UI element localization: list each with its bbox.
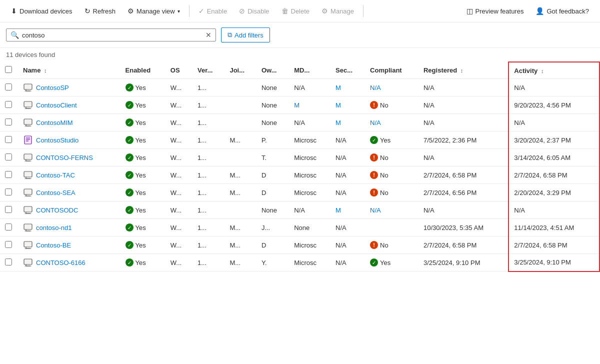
version-cell: 1... [192,79,224,96]
device-link[interactable]: Contoso-SEA [23,188,116,198]
device-link[interactable]: ContosoClient [23,100,116,110]
device-link[interactable]: Contoso-BE [23,240,116,250]
manage-view-button[interactable]: ⚙ Manage view ▾ [122,4,185,18]
manage-button[interactable]: ⚙ Manage [316,4,359,18]
device-icon [23,188,33,198]
device-link[interactable]: ContosoMIM [23,118,116,128]
device-link[interactable]: CONTOSO-FERNS [23,152,116,162]
download-icon: ⬇ [11,7,17,15]
version-value: 1... [198,189,206,196]
join-cell [224,202,256,219]
preview-features-button[interactable]: ◫ Preview features [462,4,529,18]
os-cell: W... [166,132,192,149]
activity-cell: 3/25/2024, 9:10 PM [508,254,600,272]
registered-cell: N/A [418,202,508,219]
sec-cell: N/A [330,132,365,149]
disable-button[interactable]: ⊘ Disable [234,4,274,18]
row-checkbox[interactable] [5,154,12,160]
table-row: CONTOSO-6166 ✓ Yes W...1...M...Y.Microsc… [0,254,600,272]
device-name-cell: ContosoSP [18,79,120,96]
md-cell: None [289,219,330,236]
device-name: CONTOSODC [36,206,78,214]
os-cell: W... [166,149,192,166]
registered-cell: 2/7/2024, 6:58 PM [418,166,508,184]
search-input[interactable] [22,32,202,39]
row-checkbox[interactable] [5,118,12,126]
row-checkbox[interactable] [5,224,12,230]
md-cell: M [289,96,330,114]
row-checkbox[interactable] [5,241,12,248]
sec-value: N/A [336,189,346,196]
sec-link[interactable]: M [336,119,341,126]
row-checkbox-cell [0,132,18,149]
device-icon [23,240,33,250]
sec-value: N/A [336,154,346,162]
row-checkbox[interactable] [5,188,12,196]
sec-cell: M [330,96,365,114]
feedback-button[interactable]: 👤 Got feedback? [530,4,594,18]
os-cell: W... [166,236,192,254]
owner-cell: J... [256,219,289,236]
enabled-value: Yes [136,119,146,126]
md-cell: N/A [289,202,330,219]
device-name: CONTOSO-FERNS [36,154,93,162]
compliant-na-link[interactable]: N/A [370,119,381,126]
owner-cell: D [256,236,289,254]
add-filters-button[interactable]: ⧉ Add filters [221,28,270,42]
registered-cell: 3/25/2024, 9:10 PM [418,254,508,272]
preview-icon: ◫ [466,7,473,15]
device-name-cell: CONTOSODC [18,202,120,219]
compliant-yes: ✓ Yes [370,136,414,144]
os-cell: W... [166,96,192,114]
check-icon: ✓ [126,118,134,126]
sec-cell: M [330,202,365,219]
device-name: ContosoClient [36,102,77,109]
row-checkbox[interactable] [5,101,12,108]
enabled-cell: ✓ Yes [120,114,166,132]
os-cell: W... [166,114,192,132]
table-row: ContosoClient ✓ Yes W...1...NoneMM! NoN/… [0,96,600,114]
clear-search-button[interactable]: ✕ [206,31,212,39]
enabled-value: Yes [136,84,146,92]
md-cell: Microsc [289,166,330,184]
device-link[interactable]: CONTOSODC [23,205,116,215]
md-link[interactable]: M [294,102,300,109]
row-checkbox-cell [0,254,18,272]
device-icon [23,100,33,110]
version-value: 1... [198,242,206,249]
version-cell: 1... [192,114,224,132]
chevron-down-icon: ▾ [178,8,180,14]
device-link[interactable]: Contoso-TAC [23,170,116,180]
check-icon: ✓ [370,136,378,144]
compliant-no: ! No [370,101,414,109]
download-devices-button[interactable]: ⬇ Download devices [6,4,78,18]
os-value: W... [170,102,182,109]
compliant-na-link[interactable]: N/A [370,206,381,214]
devices-table-wrap: Name ↕ Enabled OS Ver... Joi... Ow... MD… [0,62,600,272]
compliant-na-link[interactable]: N/A [370,84,381,92]
delete-button[interactable]: 🗑 Delete [276,4,315,18]
owner-value: P. [262,136,267,144]
sec-link[interactable]: M [336,206,341,214]
row-checkbox[interactable] [5,171,12,178]
md-value: Microsc [294,154,316,162]
col-compliant: Compliant [365,62,418,79]
enable-button[interactable]: ✓ Enable [194,4,232,18]
device-link[interactable]: contoso-nd1 [23,222,116,232]
refresh-button[interactable]: ↻ Refresh [80,4,121,18]
select-all-checkbox[interactable] [5,66,12,73]
check-icon: ✓ [126,241,134,249]
sec-link[interactable]: M [336,84,341,92]
device-link[interactable]: ContosoStudio [23,135,116,145]
row-checkbox[interactable] [5,84,12,90]
device-link[interactable]: CONTOSO-6166 [23,258,116,268]
compliant-no: ! No [370,188,414,196]
row-checkbox[interactable] [5,206,12,213]
sec-link[interactable]: M [336,102,341,109]
enabled-cell: ✓ Yes [120,132,166,149]
owner-cell: None [256,202,289,219]
device-link[interactable]: ContosoSP [23,82,116,92]
os-value: W... [170,119,182,126]
row-checkbox[interactable] [5,136,12,143]
row-checkbox[interactable] [5,258,12,266]
